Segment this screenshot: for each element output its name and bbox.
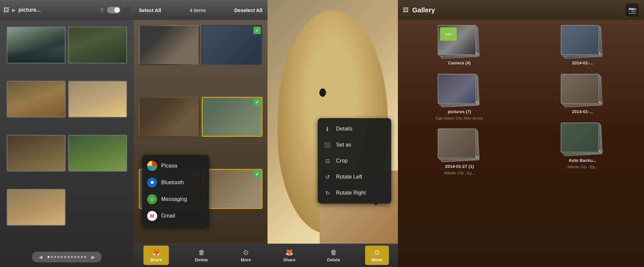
toggle-switch[interactable] [107,7,120,13]
panel3-share-button[interactable]: 🦊 Share [277,246,302,265]
more-footer-icon: ⊙ [243,248,249,256]
details-item[interactable]: ℹ Details [318,121,391,137]
dot-11 [81,256,83,258]
prev-page-button[interactable]: ◀ [39,254,42,260]
dot-9 [74,256,76,258]
panel4-gallery-albums: 🖼 Gallery 📷 Andr ↻ Camera (4) [398,0,644,267]
panel3-share-label: Share [283,257,295,262]
breadcrumb-arrow: ▶ [12,7,16,13]
rotate-right-label: Rotate Right [336,190,366,196]
dot-2 [51,256,53,258]
dot-4 [58,256,60,258]
photo-thumb-5[interactable] [7,135,66,172]
crop-icon: ⊡ [323,156,332,166]
album-date-b-stack: ↻ [561,74,604,107]
panel3-delete-icon: 🗑 [330,249,337,256]
album-date-a-sync-icon: ↻ [599,51,603,57]
pagination-bar: ◀ ▶ [32,252,102,262]
delete-footer-label: Delete [195,257,208,262]
dot-5 [61,256,63,258]
dot-3 [54,256,56,258]
panel1-gallery: 🖼 ▶ picture... ⠿ ⬛ ◀ [0,0,134,267]
album-autobackup-stack: ↻ [561,122,604,156]
sel-thumb-4[interactable]: ✓ [202,97,262,137]
panel2-selection: Select All 4 items Deselect All ✓ ✓ ✓ ✓ [134,0,267,267]
rotate-right-item[interactable]: ↻ Rotate Right [318,185,391,201]
album-date-b-sync-icon: ↻ [599,100,603,105]
sel-thumb-2[interactable]: ✓ [202,25,262,65]
more-context-menu: ℹ Details ⬛ Set as ⊡ Crop ↺ Rotate Left … [318,118,391,204]
photo-thumb-4[interactable] [68,81,127,117]
deselect-all-button[interactable]: Deselect All [234,7,263,13]
album-date-b-label: 2014-01-... [572,109,593,114]
poodle-eye [319,88,326,97]
album-autobackup-photo-top [561,122,599,153]
album-date-a-stack: ↻ [561,25,604,58]
details-label: Details [336,126,352,132]
photo-thumb-7[interactable] [7,189,66,226]
share-picasa-item[interactable]: Picasa [142,158,209,174]
panel2-footer: 🦊 Share 🗑 Delete ⊙ More [134,244,267,267]
sel-thumb-1[interactable] [139,25,200,65]
share-icon[interactable]: ⬛ [123,6,130,14]
check-badge-2: ✓ [253,27,261,34]
share-button[interactable]: 🦊 Share [143,246,169,265]
photo-thumb-1[interactable] [7,27,66,63]
gallery-icon: 🖼 [3,7,9,14]
sel-thumb-3[interactable] [139,97,200,137]
panel4-gallery-icon: 🖼 [403,7,409,14]
panel3-more-button[interactable]: ⊙ More [365,246,389,265]
album-date27-label: 2014-01-27 (1) [445,164,474,169]
next-page-button[interactable]: ▶ [91,254,95,260]
dot-6 [64,256,66,258]
album-pictures-sublabel: Egg Harbor City, New Jersey [436,116,483,120]
check-badge-4: ✓ [253,98,261,106]
dot-7 [68,256,70,258]
items-count: 4 items [190,7,206,13]
panel3-delete-button[interactable]: 🗑 Delete [320,246,347,265]
select-all-button[interactable]: Select All [139,7,161,13]
set-as-label: Set as [336,142,351,148]
album-auto-backup[interactable]: ↻ Auto Backu... Atlantic City - Eg... [524,122,641,169]
dot-10 [78,256,80,258]
set-as-item[interactable]: ⬛ Set as [318,137,391,153]
panel3-delete-label: Delete [327,257,340,262]
album-pictures-label: pictures (7) [448,109,471,114]
panel1-header: 🖼 ▶ picture... ⠿ ⬛ [0,0,134,20]
rotate-left-item[interactable]: ↺ Rotate Left [318,169,391,185]
camera-icon: 📷 [628,6,637,14]
share-messaging-item[interactable]: ☺ Messaging [142,191,209,208]
camera-button[interactable]: 📷 [626,3,639,17]
photo-thumb-6[interactable] [68,135,127,172]
album-camera-photo-top: Andr [438,25,476,55]
more-button[interactable]: ⊙ More [234,246,258,265]
photo-thumb-3[interactable] [7,81,66,117]
share-gmail-item[interactable]: M Gmail [142,208,209,224]
share-bluetooth-item[interactable]: ✸ Bluetooth [142,174,209,191]
panel3-share-icon: 🦊 [285,248,294,256]
photo-thumb-2[interactable] [68,27,127,63]
album-pictures[interactable]: ↻ pictures (7) Egg Harbor City, New Jers… [401,74,518,120]
grid-view-icon[interactable]: ⠿ [100,7,104,13]
crop-item[interactable]: ⊡ Crop [318,153,391,169]
album-date-a-label: 2014-01-... [572,60,593,65]
more-footer-label: More [241,257,251,262]
album-date-2014-01-b[interactable]: ↻ 2014-01-... [524,74,641,114]
sel-thumb-6[interactable]: ✓ [202,169,262,209]
album-date-2014-01-27[interactable]: ↻ 2014-01-27 (1) Atlantic City - Eg... [401,128,518,175]
delete-button[interactable]: 🗑 Delete [188,246,215,265]
album-camera[interactable]: Andr ↻ Camera (4) [401,25,518,65]
album-camera-sync-icon: ↻ [475,51,479,57]
android-logo: Andr [440,27,457,41]
album-camera-label: Camera (4) [448,60,470,65]
album-date-2014-01-a[interactable]: ↻ 2014-01-... [524,25,641,65]
messaging-icon: ☺ [147,194,157,204]
panel3-photo-area[interactable]: ℹ Details ⬛ Set as ⊡ Crop ↺ Rotate Left … [267,0,398,244]
panel3-photo-view: ℹ Details ⬛ Set as ⊡ Crop ↺ Rotate Left … [267,0,398,267]
albums-container: Andr ↻ Camera (4) ↻ pictures (7) Egg Har… [398,20,644,267]
panel3-more-icon: ⊙ [374,248,380,256]
set-as-icon: ⬛ [323,140,332,150]
panel4-header: 🖼 Gallery 📷 [398,0,644,20]
panel3-footer: 🦊 Share 🗑 Delete ⊙ More [267,244,398,267]
gallery-title: Gallery [412,6,435,14]
